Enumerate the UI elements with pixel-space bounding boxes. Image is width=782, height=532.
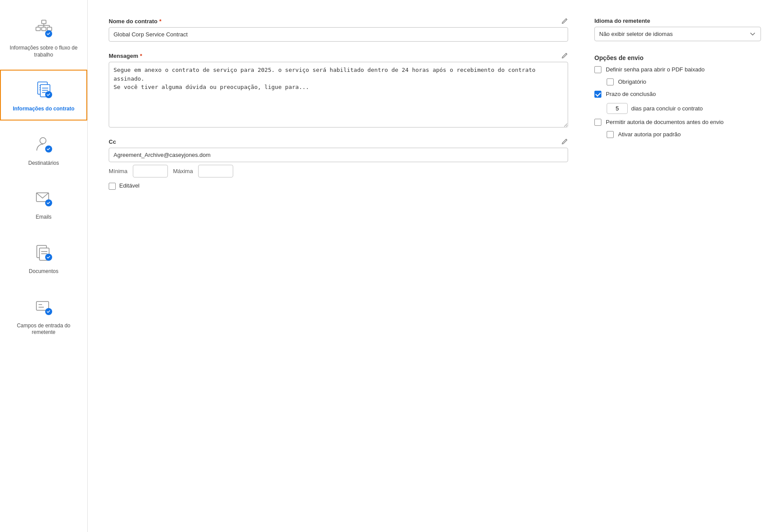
- message-label: Mensagem *: [109, 53, 142, 59]
- required-row: Obrigatório: [607, 78, 761, 86]
- editavel-label: Editável: [119, 182, 139, 190]
- recipients-icon-wrap: [32, 132, 56, 156]
- editavel-row: Editável: [109, 182, 568, 190]
- svg-rect-3: [47, 27, 52, 31]
- completion-days-input[interactable]: [607, 103, 628, 114]
- completion-days-row: dias para concluir o contrato: [607, 103, 761, 114]
- sidebar-item-emails[interactable]: Emails: [0, 178, 87, 229]
- sidebar-item-contract-info[interactable]: Informações do contrato: [0, 70, 87, 121]
- completion-deadline-checkbox[interactable]: [594, 91, 601, 98]
- minima-label: Mínima: [109, 168, 128, 174]
- emails-icon-wrap: [32, 186, 56, 210]
- completion-days-label: dias para concluir o contrato: [631, 105, 703, 112]
- sidebar-item-workflow-info[interactable]: Informações sobre o fluxo de trabalho: [0, 9, 87, 66]
- language-label: Idioma do remetente: [594, 18, 761, 24]
- contract-name-required: *: [159, 18, 161, 25]
- set-password-checkbox[interactable]: [594, 66, 601, 73]
- svg-point-19: [40, 138, 46, 144]
- form-left: Nome do contrato * Mensagem *: [109, 18, 568, 190]
- set-password-row: Definir senha para abrir o PDF baixado: [594, 66, 761, 74]
- contract-name-field-group: Nome do contrato *: [109, 18, 568, 42]
- required-checkbox[interactable]: [607, 78, 614, 85]
- minmax-row: Mínima Máxima: [109, 165, 568, 177]
- language-field-group: Idioma do remetente Não exibir seletor d…: [594, 18, 761, 41]
- doc-auth-label: Permitir autoria de documentos antes do …: [606, 118, 724, 126]
- workflow-icon-wrap: [32, 17, 56, 41]
- cc-label: Cc: [109, 138, 116, 145]
- sidebar: Informações sobre o fluxo de trabalho In…: [0, 0, 88, 532]
- svg-rect-1: [36, 27, 40, 31]
- documents-icon-wrap: [32, 240, 56, 265]
- sidebar-item-sender-fields[interactable]: Campos de entrada do remetente: [0, 287, 87, 344]
- contract-name-label: Nome do contrato *: [109, 18, 161, 25]
- sidebar-item-recipients[interactable]: Destinatários: [0, 124, 87, 175]
- completion-deadline-row: Prazo de conclusão: [594, 90, 761, 98]
- form-right: Idioma do remetente Não exibir seletor d…: [594, 18, 761, 143]
- contract-name-edit-icon[interactable]: [561, 18, 568, 25]
- completion-deadline-label: Prazo de conclusão: [606, 90, 656, 98]
- editavel-checkbox[interactable]: [109, 183, 116, 190]
- cc-label-row: Cc: [109, 138, 568, 145]
- sender-fields-icon-wrap: [32, 294, 56, 319]
- sidebar-item-emails-label: Emails: [36, 214, 51, 221]
- svg-rect-0: [42, 20, 46, 24]
- minima-input[interactable]: [133, 165, 168, 177]
- contract-name-label-row: Nome do contrato *: [109, 18, 568, 25]
- default-auth-label: Ativar autoria por padrão: [618, 131, 681, 138]
- message-required: *: [140, 53, 142, 59]
- doc-auth-checkbox[interactable]: [594, 119, 601, 126]
- cc-edit-icon[interactable]: [561, 138, 568, 145]
- contract-icon-wrap: [32, 78, 56, 102]
- sidebar-item-recipients-label: Destinatários: [28, 160, 59, 167]
- default-auth-checkbox[interactable]: [607, 131, 614, 138]
- send-options-title: Opções de envio: [594, 54, 761, 61]
- message-textarea[interactable]: Segue em anexo o contrato de serviço par…: [109, 62, 568, 128]
- cc-input[interactable]: [109, 148, 568, 162]
- form-layout: Nome do contrato * Mensagem *: [109, 18, 761, 190]
- sidebar-item-workflow-info-label: Informações sobre o fluxo de trabalho: [6, 45, 81, 58]
- contract-name-input[interactable]: [109, 27, 568, 42]
- language-select[interactable]: Não exibir seletor de idiomasPortuguêsEn…: [594, 27, 761, 41]
- sidebar-item-sender-fields-label: Campos de entrada do remetente: [6, 323, 81, 336]
- default-auth-row: Ativar autoria por padrão: [607, 131, 761, 138]
- main-content: Nome do contrato * Mensagem *: [88, 0, 782, 532]
- maxima-label: Máxima: [173, 168, 193, 174]
- set-password-label: Definir senha para abrir o PDF baixado: [606, 66, 704, 74]
- maxima-input[interactable]: [198, 165, 233, 177]
- doc-auth-row: Permitir autoria de documentos antes do …: [594, 118, 761, 126]
- svg-rect-2: [42, 27, 46, 31]
- message-field-group: Mensagem * Segue em anexo o contrato de …: [109, 52, 568, 128]
- cc-field-group: Cc Mínima Máxima Editável: [109, 138, 568, 190]
- sidebar-item-documents-label: Documentos: [29, 268, 58, 275]
- send-options-section: Opções de envio Definir senha para abrir…: [594, 54, 761, 143]
- sidebar-item-contract-info-label: Informações do contrato: [13, 106, 75, 113]
- message-label-row: Mensagem *: [109, 52, 568, 59]
- required-label: Obrigatório: [618, 78, 646, 86]
- sidebar-item-documents[interactable]: Documentos: [0, 232, 87, 283]
- message-edit-icon[interactable]: [561, 52, 568, 59]
